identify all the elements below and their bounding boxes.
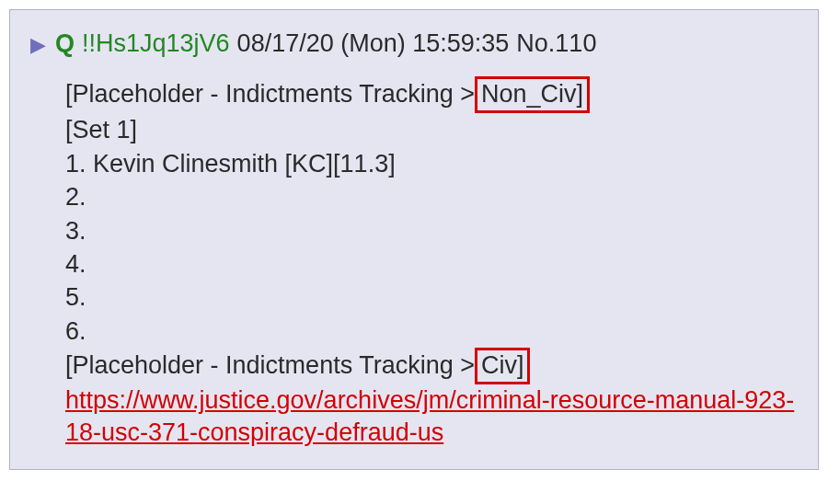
post-timestamp: 08/17/20 (Mon) 15:59:35 xyxy=(237,27,510,60)
body-line-7: 5. xyxy=(65,281,798,314)
forum-post: ▶ Q !!Hs1Jq13jV6 08/17/20 (Mon) 15:59:35… xyxy=(9,9,819,470)
line9-prefix: [Placeholder - Indictments Tracking > xyxy=(65,351,475,379)
line1-prefix: [Placeholder - Indictments Tracking > xyxy=(65,80,475,108)
body-line-5: 3. xyxy=(65,214,798,247)
body-line-6: 4. xyxy=(65,247,798,281)
highlight-box-noncv: Non_Civ] xyxy=(475,76,590,113)
post-header: ▶ Q !!Hs1Jq13jV6 08/17/20 (Mon) 15:59:35… xyxy=(30,27,798,60)
body-line-2: [Set 1] xyxy=(65,113,798,146)
expand-triangle-icon[interactable]: ▶ xyxy=(30,31,46,59)
poster-name: Q xyxy=(55,27,75,60)
highlight-box-civ: Civ] xyxy=(475,348,531,384)
body-line-8: 6. xyxy=(65,315,798,348)
body-line-1: [Placeholder - Indictments Tracking > No… xyxy=(65,76,798,113)
body-line-3: 1. Kevin Clinesmith [KC][11.3] xyxy=(65,147,798,180)
body-link-line: https://www.justice.gov/archives/jm/crim… xyxy=(65,384,798,449)
post-number[interactable]: No.110 xyxy=(516,27,596,60)
external-link[interactable]: https://www.justice.gov/archives/jm/crim… xyxy=(65,386,794,446)
post-body: [Placeholder - Indictments Tracking > No… xyxy=(30,76,798,449)
poster-tripcode: !!Hs1Jq13jV6 xyxy=(82,27,230,60)
body-line-4: 2. xyxy=(65,180,798,213)
body-line-9: [Placeholder - Indictments Tracking > Ci… xyxy=(65,348,798,384)
